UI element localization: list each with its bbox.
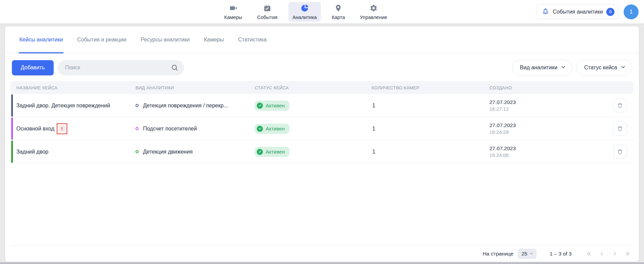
table-footer: На странице 25 1 – 3 of 3 — [11, 245, 633, 262]
prev-page-button[interactable] — [597, 249, 607, 259]
analytics-type-filter[interactable]: Вид аналитики — [512, 60, 573, 75]
double-chevron-left-icon — [586, 251, 592, 257]
created-time: 16:24:28 — [489, 129, 613, 135]
top-header: Камеры События Аналитика Карта Управлени… — [0, 0, 644, 24]
analytics-type-icon — [136, 150, 139, 153]
status-label: Активен — [266, 149, 285, 155]
toolbar: Добавить Вид аналитики Статус кейса — [12, 60, 632, 75]
search-icon[interactable] — [171, 64, 178, 71]
last-page-button[interactable] — [623, 249, 633, 259]
check-icon — [257, 149, 263, 155]
nav-item-label: Камеры — [224, 15, 242, 20]
table-empty-area — [5, 163, 639, 245]
tab-events-reactions[interactable]: События и реакции — [77, 27, 126, 53]
status-label: Активен — [266, 103, 285, 108]
column-header-case-status: СТАТУС КЕЙСА — [255, 85, 372, 90]
status-label: Активен — [266, 126, 285, 131]
check-icon — [257, 126, 263, 132]
map-pin-icon — [334, 4, 342, 14]
nav-item-label: События — [257, 15, 278, 20]
analytics-type-filter-label: Вид аналитики — [520, 65, 558, 71]
nav-item-management[interactable]: Управление — [356, 2, 391, 22]
nav-item-label: Аналитика — [292, 15, 317, 20]
column-header-camera-count: КОЛИЧЕСТВО КАМЕР — [372, 85, 489, 90]
column-header-analytics-type: ВИД АНАЛИТИКИ — [136, 85, 255, 90]
gear-icon — [370, 4, 378, 14]
analytics-type-label: Детекция повреждения / перекр... — [143, 103, 228, 109]
nav-item-label: Управление — [360, 15, 387, 20]
table-header-row: НАЗВАНИЕ КЕЙСА ВИД АНАЛИТИКИ СТАТУС КЕЙС… — [11, 81, 633, 94]
trash-icon — [617, 125, 623, 132]
main-navigation: Камеры События Аналитика Карта Управлени… — [220, 0, 391, 23]
created-time: 16:24:08 — [489, 153, 613, 158]
analytics-type-label: Подсчет посетителей — [143, 126, 197, 132]
add-button[interactable]: Добавить — [12, 60, 54, 75]
notification-count-badge: 0 — [606, 8, 614, 16]
check-icon — [257, 103, 263, 109]
nav-item-map[interactable]: Карта — [328, 2, 349, 22]
analytics-type-icon — [136, 104, 139, 107]
column-header-created: СОЗДАНО — [489, 85, 613, 90]
video-camera-icon — [229, 4, 237, 14]
case-status-filter-label: Статус кейса — [584, 65, 617, 71]
per-page-label: На странице — [483, 251, 514, 257]
double-chevron-right-icon — [625, 251, 631, 257]
analytics-type-label: Детекция движения — [143, 149, 193, 155]
table-row[interactable]: Основной вход ! Подсчет посетителей Акти… — [11, 117, 633, 140]
status-badge: Активен — [255, 124, 289, 134]
chevron-down-icon — [530, 251, 533, 257]
first-page-button[interactable] — [584, 249, 594, 259]
calendar-icon — [263, 4, 271, 14]
cases-table: НАЗВАНИЕ КЕЙСА ВИД АНАЛИТИКИ СТАТУС КЕЙС… — [11, 81, 633, 163]
case-name: Основной вход — [16, 126, 54, 132]
search-input[interactable] — [58, 60, 184, 75]
case-name: Задний двор — [16, 149, 49, 155]
nav-item-label: Карта — [332, 15, 345, 20]
nav-item-events[interactable]: События — [253, 2, 282, 22]
tab-analytics-resources[interactable]: Ресурсы аналитики — [141, 27, 190, 53]
tab-analytics-cases[interactable]: Кейсы аналитики — [19, 27, 63, 53]
camera-count: 1 — [372, 126, 489, 132]
window-bottom-edge — [0, 262, 644, 264]
camera-count: 1 — [372, 149, 489, 155]
header-right: События аналитики 0 1 — [536, 0, 639, 23]
warning-icon: ! — [58, 125, 66, 133]
analytics-events-label: События аналитики — [553, 9, 603, 15]
case-color-bar — [11, 118, 13, 140]
pagination-controls — [584, 249, 633, 259]
user-avatar[interactable]: 1 — [624, 4, 639, 19]
nav-item-analytics[interactable]: Аналитика — [288, 2, 321, 22]
table-row[interactable]: Задний двор. Детекция повреждений ! Дете… — [11, 94, 633, 117]
tab-statistics[interactable]: Статистика — [238, 27, 267, 53]
case-color-bar — [11, 141, 13, 163]
status-badge: Активен — [255, 101, 289, 111]
delete-button[interactable] — [613, 99, 627, 112]
table-row[interactable]: Задний двор ! Детекция движения Активен … — [11, 140, 633, 163]
per-page-select[interactable]: 25 — [518, 249, 537, 259]
case-name: Задний двор. Детекция повреждений — [16, 103, 110, 109]
chevron-right-icon — [612, 251, 618, 257]
case-status-filter[interactable]: Статус кейса — [576, 60, 632, 75]
next-page-button[interactable] — [610, 249, 620, 259]
bell-icon — [542, 7, 549, 16]
nav-item-cameras[interactable]: Камеры — [220, 2, 246, 22]
warning-annotation-box: ! — [57, 123, 67, 134]
analytics-type-icon — [136, 127, 139, 130]
section-tabs: Кейсы аналитики События и реакции Ресурс… — [5, 27, 639, 53]
delete-button[interactable] — [613, 145, 627, 159]
filters: Вид аналитики Статус кейса — [512, 60, 632, 75]
chevron-down-icon — [621, 65, 626, 71]
analytics-cases-panel: Кейсы аналитики События и реакции Ресурс… — [5, 27, 639, 262]
created-date: 27.07.2023 — [489, 122, 613, 128]
trash-icon — [617, 148, 623, 155]
pagination-range: 1 – 3 of 3 — [550, 251, 572, 257]
column-header-case-name: НАЗВАНИЕ КЕЙСА — [11, 85, 136, 90]
pie-chart-icon — [301, 4, 309, 14]
chevron-down-icon — [561, 65, 566, 71]
delete-button[interactable] — [613, 122, 627, 136]
created-time: 16:27:12 — [489, 106, 613, 112]
analytics-events-button[interactable]: События аналитики 0 — [536, 4, 619, 19]
created-date: 27.07.2023 — [489, 99, 613, 105]
tab-cameras[interactable]: Камеры — [204, 27, 224, 53]
search — [58, 60, 184, 75]
